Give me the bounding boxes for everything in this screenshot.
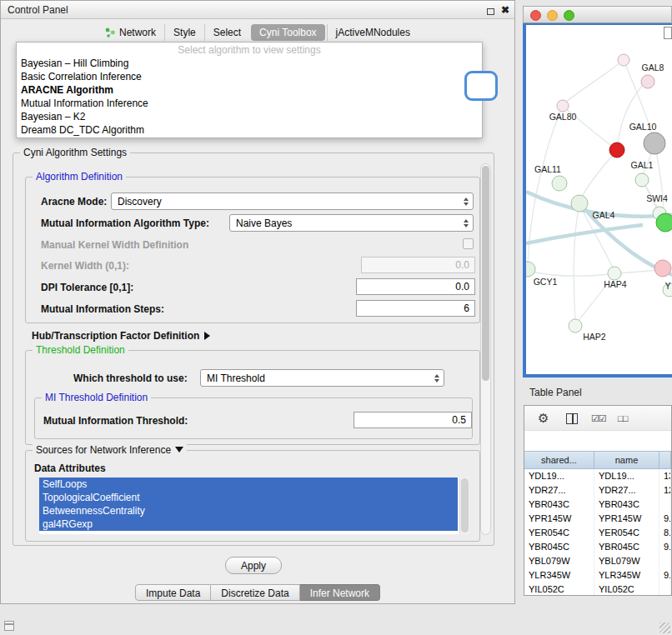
network-node[interactable] [571, 195, 588, 212]
dropdown-item-selected[interactable]: ARACNE Algorithm [17, 83, 482, 97]
desktop: Control Panel ✖ Network Style Select Cyn… [0, 0, 672, 635]
tab-network[interactable]: Network [97, 24, 164, 41]
list-scrollbar-thumb[interactable] [461, 478, 469, 532]
list-item[interactable]: SelfLoops [39, 478, 458, 491]
network-node[interactable] [569, 319, 582, 332]
hub-definition-label: Hub/Transcription Factor Definition [32, 330, 199, 342]
dropdown-item[interactable]: Basic Correlation Inference [17, 70, 482, 83]
table-cell [659, 582, 671, 596]
dpi-tolerance-field[interactable]: 0.0 [356, 278, 475, 295]
table-cell: YLR345W [594, 568, 659, 582]
column-header[interactable] [659, 452, 671, 468]
network-node[interactable] [656, 213, 672, 232]
dropdown-item[interactable]: Bayesian – Hill Climbing [17, 57, 482, 70]
list-scrollbar[interactable] [459, 478, 469, 534]
tab-select[interactable]: Select [204, 24, 249, 41]
table-cell: YPR145W [594, 512, 659, 526]
table-cell: YDR27... [594, 483, 659, 498]
table-row[interactable]: YBL079WYBL079W [524, 554, 671, 568]
network-edge [581, 153, 614, 198]
sources-collapse-toggle[interactable]: Sources for Network Inference [33, 444, 187, 456]
kernel-width-label: Kernel Width (0,1): [41, 260, 129, 272]
mi-steps-field[interactable]: 6 [356, 300, 475, 317]
which-threshold-select[interactable]: MI Threshold [200, 369, 444, 387]
tab-style[interactable]: Style [164, 24, 204, 41]
column-header[interactable]: shared... [524, 452, 594, 468]
close-traffic-light-icon[interactable] [530, 10, 541, 21]
minimize-traffic-light-icon[interactable] [547, 10, 558, 21]
settings-scrollbar-thumb[interactable] [482, 166, 489, 381]
columns-icon[interactable] [566, 413, 578, 424]
tab-impute-data[interactable]: Impute Data [135, 584, 211, 601]
table-cell: YBL079W [594, 554, 659, 568]
tab-discretize-data[interactable]: Discretize Data [211, 584, 299, 601]
focus-ring-box [464, 71, 498, 101]
selected-value: Discovery [118, 196, 162, 208]
network-node[interactable] [654, 260, 671, 277]
mi-threshold-field[interactable]: 0.5 [354, 412, 472, 428]
table-row[interactable]: YBR043CYBR043C [524, 498, 671, 512]
table-row[interactable]: YLR345WYLR345W9. [524, 568, 671, 582]
network-edge [619, 270, 659, 273]
select-all-checkboxes-icon[interactable]: ☑☑ [591, 413, 606, 424]
list-item[interactable]: TopologicalCoefficient [39, 491, 458, 504]
tab-cyni-toolbox[interactable]: Cyni Toolbox [251, 24, 324, 41]
table-row[interactable]: YBR045CYBR045C9. [524, 540, 671, 554]
docked-panel-icon[interactable] [4, 621, 14, 631]
table-row[interactable]: YDR27...YDR27...12 [524, 483, 671, 498]
dropdown-item[interactable]: Dream8 DC_TDC Algorithm [17, 123, 482, 137]
group-title: Threshold Definition [33, 344, 128, 356]
network-window-titlebar[interactable] [523, 6, 672, 23]
network-canvas-svg: GAL8GAL80GAL10GAL11GAL1SWI4GAL4GCY1HAP4Y… [526, 25, 672, 374]
control-panel-tabs: Network Style Select Cyni Toolbox jActiv… [1, 24, 514, 41]
network-view-window: GAL8GAL80GAL10GAL11GAL1SWI4GAL4GCY1HAP4Y… [523, 6, 672, 378]
data-attributes-list: SelfLoops TopologicalCoefficient Between… [39, 478, 469, 534]
mi-algorithm-type-label: Mutual Information Algorithm Type: [41, 218, 209, 229]
network-node-label: GAL11 [534, 164, 561, 174]
network-node[interactable] [644, 132, 665, 154]
settings-scrollbar[interactable] [480, 163, 491, 535]
network-node[interactable] [609, 142, 624, 158]
network-node[interactable] [618, 54, 629, 66]
aracne-mode-select[interactable]: Discovery [111, 192, 474, 210]
data-attributes-label: Data Attributes [34, 462, 106, 474]
tab-jactivemnodules[interactable]: jActiveMNodules [327, 24, 419, 41]
mi-algorithm-type-select[interactable]: Naive Bayes [229, 214, 474, 232]
zoom-traffic-light-icon[interactable] [564, 10, 574, 21]
column-header[interactable]: name [594, 452, 659, 468]
table-row[interactable]: YPR145WYPR145W9. [524, 512, 671, 526]
network-node[interactable] [635, 173, 649, 187]
which-threshold-label: Which threshold to use: [73, 372, 188, 384]
close-icon[interactable]: ✖ [501, 3, 509, 17]
table-row[interactable]: YDL19...YDL19...13 [524, 469, 671, 483]
network-node-label: GAL80 [549, 112, 577, 122]
dropdown-item[interactable]: Mutual Information Inference [17, 97, 482, 110]
network-node[interactable] [608, 267, 621, 280]
apply-button[interactable]: Apply [225, 557, 282, 574]
float-window-icon[interactable] [487, 8, 494, 15]
hub-definition-expander[interactable]: Hub/Transcription Factor Definition [32, 330, 210, 342]
clear-checkboxes-icon[interactable]: □□ [618, 413, 627, 423]
list-item[interactable]: gal4RGexp [39, 518, 458, 531]
network-scrollbar-thumb[interactable] [664, 27, 672, 39]
window-title: Control Panel [8, 4, 68, 16]
network-node[interactable] [557, 100, 569, 112]
table-row[interactable]: YIL052CYIL052C [524, 582, 671, 596]
table-panel-title: Table Panel [529, 387, 582, 398]
network-node[interactable] [526, 262, 535, 277]
collapsed-arrow-icon [204, 332, 210, 340]
resize-grip[interactable] [659, 622, 670, 633]
network-canvas[interactable]: GAL8GAL80GAL10GAL11GAL1SWI4GAL4GCY1HAP4Y… [523, 23, 672, 378]
control-panel-window: Control Panel ✖ Network Style Select Cyn… [0, 0, 515, 604]
network-node[interactable] [552, 176, 567, 191]
gear-icon[interactable]: ⚙ [538, 411, 549, 426]
tab-infer-network[interactable]: Infer Network [300, 584, 380, 601]
dropdown-item[interactable]: Bayesian – K2 [17, 110, 482, 123]
network-node[interactable] [641, 75, 654, 88]
network-node-label: HAP4 [604, 279, 627, 289]
network-edge [526, 225, 643, 243]
algorithm-definition-group: Algorithm Definition Aracne Mode: Discov… [25, 177, 480, 323]
list-item[interactable]: BetweennessCentrality [39, 504, 458, 518]
manual-kernel-width-checkbox[interactable] [463, 238, 474, 249]
table-row[interactable]: YER054CYER054C8. [524, 526, 671, 540]
